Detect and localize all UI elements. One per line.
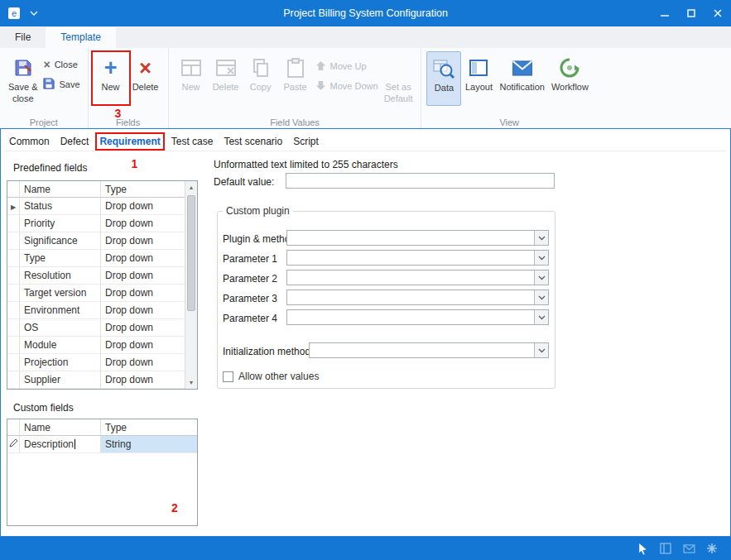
- tab-file[interactable]: File: [0, 27, 46, 48]
- scrollbar-track[interactable]: [185, 194, 197, 376]
- field-type-info-text: Unformatted text limited to 255 characte…: [214, 159, 398, 170]
- paste-label: Paste: [283, 82, 306, 92]
- chevron-down-icon[interactable]: [534, 270, 548, 285]
- move-down-button[interactable]: Move Down: [313, 78, 381, 94]
- paste-button[interactable]: Paste: [278, 51, 313, 106]
- save-and-close-button[interactable]: Save & close: [5, 51, 41, 106]
- custom-fields-table: Name Type Description 4 String 2: [7, 419, 198, 526]
- status-bar: [0, 537, 731, 560]
- tab-test-scenario[interactable]: Test scenario: [224, 136, 282, 147]
- custom-field-type-cell[interactable]: String: [101, 436, 197, 453]
- custom-field-row[interactable]: Description 4 String: [7, 436, 197, 453]
- window-title: Project Billing System Configuration: [0, 7, 731, 19]
- scroll-up-icon[interactable]: ▲: [185, 181, 197, 194]
- move-down-label: Move Down: [330, 81, 378, 91]
- ribbon-group-fields: + New 3 × Delete Fields: [89, 48, 169, 128]
- save-button[interactable]: Save: [41, 76, 82, 93]
- quick-access-chevron-icon[interactable]: [30, 7, 38, 19]
- tab-template[interactable]: Template: [46, 27, 116, 48]
- default-value-input[interactable]: [286, 173, 555, 189]
- arrow-down-icon: [315, 80, 326, 93]
- plugin-method-dropdown[interactable]: [286, 230, 549, 246]
- custom-field-name-text: Description: [24, 438, 74, 450]
- set-default-label-1: Set as: [385, 82, 411, 92]
- table-row[interactable]: Module Drop down: [7, 337, 185, 354]
- close-label: Close: [55, 60, 78, 69]
- close-x-icon: ×: [43, 59, 50, 70]
- copy-label: Copy: [250, 82, 272, 92]
- table-row[interactable]: OS Drop down: [7, 319, 185, 337]
- delete-field-button[interactable]: × Delete: [128, 51, 163, 106]
- delete-value-label: Delete: [213, 82, 239, 92]
- workflow-status-icon[interactable]: [705, 541, 719, 556]
- layout-status-icon[interactable]: [658, 541, 673, 556]
- copy-button[interactable]: Copy: [243, 51, 278, 106]
- group-label-field-values: Field Values: [169, 117, 421, 127]
- parameter1-label: Parameter 1: [223, 253, 277, 265]
- table-row[interactable]: Resolution Drop down: [7, 267, 185, 285]
- title-bar: e Project Billing System Configuration: [0, 0, 731, 26]
- ribbon: Save & close × Close Save Project + New …: [0, 48, 731, 128]
- scroll-down-icon[interactable]: ▼: [185, 376, 197, 389]
- tab-script[interactable]: Script: [293, 136, 319, 147]
- entity-tab-strip: Common Defect Requirement 1 Test case Te…: [4, 132, 727, 151]
- minimize-button[interactable]: [652, 0, 678, 26]
- table-row[interactable]: Supplier Drop down: [7, 371, 185, 389]
- maximize-button[interactable]: [678, 0, 705, 26]
- initialization-method-dropdown[interactable]: [309, 342, 549, 358]
- arrow-up-icon: [315, 60, 326, 73]
- checkbox-icon[interactable]: [223, 371, 233, 382]
- grid-new-icon: [181, 55, 201, 80]
- chevron-down-icon[interactable]: [534, 343, 548, 357]
- allow-other-values-checkbox-row[interactable]: Allow other values: [223, 371, 319, 382]
- layout-icon: [469, 55, 488, 80]
- table-row[interactable]: Target version Drop down: [7, 285, 185, 302]
- column-header-name: Name: [20, 181, 101, 198]
- parameter4-dropdown[interactable]: [286, 309, 549, 325]
- tab-requirement[interactable]: Requirement 1: [99, 136, 160, 147]
- parameter1-dropdown[interactable]: [286, 250, 549, 266]
- chevron-down-icon[interactable]: [534, 310, 548, 324]
- ribbon-group-field-values: New Delete Copy Paste Move Up: [169, 48, 422, 128]
- table-row[interactable]: Priority Drop down: [7, 215, 185, 232]
- view-notification-button[interactable]: Notification: [496, 51, 547, 106]
- vertical-scrollbar[interactable]: ▲ ▼: [185, 181, 197, 389]
- view-workflow-button[interactable]: Workflow: [548, 51, 592, 106]
- custom-field-name-cell-editing[interactable]: Description 4: [20, 436, 101, 453]
- data-view-status-icon[interactable]: [635, 541, 650, 556]
- custom-table-empty-area: 2: [7, 453, 197, 525]
- tab-common[interactable]: Common: [9, 136, 50, 147]
- plugin-method-label: Plugin & method: [223, 233, 296, 245]
- chevron-down-icon[interactable]: [534, 290, 548, 304]
- close-template-button[interactable]: × Close: [41, 56, 82, 73]
- set-as-default-button[interactable]: Set as Default: [381, 51, 416, 106]
- notification-status-icon[interactable]: [681, 541, 696, 556]
- tab-test-case[interactable]: Test case: [171, 136, 214, 147]
- ribbon-tab-strip: File Template: [0, 26, 731, 48]
- table-row[interactable]: Type Drop down: [7, 250, 185, 267]
- save-label: Save: [59, 79, 79, 89]
- parameter3-dropdown[interactable]: [286, 290, 549, 305]
- delete-value-button[interactable]: Delete: [209, 51, 243, 106]
- scrollbar-thumb[interactable]: [187, 195, 195, 311]
- new-field-button[interactable]: + New 3: [94, 51, 128, 106]
- copy-icon: [252, 55, 270, 80]
- move-up-button[interactable]: Move Up: [313, 58, 381, 74]
- tab-defect[interactable]: Defect: [60, 136, 89, 147]
- new-value-button[interactable]: New: [174, 51, 209, 106]
- chevron-down-icon[interactable]: [534, 251, 548, 265]
- close-button[interactable]: [705, 0, 731, 26]
- view-layout-label: Layout: [465, 82, 493, 92]
- column-header-name: Name: [20, 419, 101, 436]
- custom-table-header: Name Type: [7, 419, 197, 436]
- table-row[interactable]: Projection Drop down: [7, 354, 185, 371]
- annotation-number-1: 1: [132, 157, 138, 170]
- table-row[interactable]: Environment Drop down: [7, 302, 185, 319]
- table-row[interactable]: Significance Drop down: [7, 232, 185, 250]
- view-data-button[interactable]: Data: [426, 51, 461, 106]
- predefined-table-header: Name Type: [7, 181, 185, 198]
- view-layout-button[interactable]: Layout: [461, 51, 496, 106]
- chevron-down-icon[interactable]: [534, 231, 548, 245]
- parameter2-dropdown[interactable]: [286, 270, 549, 285]
- table-row[interactable]: ▶ Status Drop down: [7, 198, 185, 215]
